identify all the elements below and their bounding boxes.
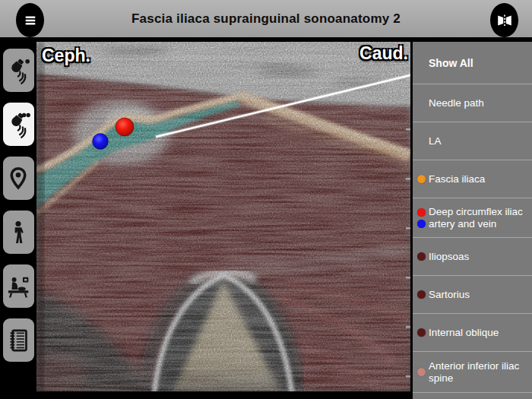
menu-item-partial (413, 392, 532, 399)
ultrasound-image: Ceph. Caud. (36, 42, 410, 399)
menu-item-label: Show All (429, 57, 529, 69)
vein-dot (93, 134, 109, 150)
layer-color-dot (417, 368, 426, 376)
menu-item-label: Needle path (429, 97, 529, 109)
toolbar-probe-position-button[interactable] (3, 157, 34, 200)
flip-horizontal-icon (496, 11, 514, 30)
menu-item-label: Fascia iliaca (429, 173, 529, 185)
layer-dots (417, 368, 429, 376)
layer-dots (417, 208, 429, 228)
caudad-label: Caud. (359, 45, 408, 62)
location-pin-icon (5, 162, 31, 195)
menu-item-label: Anterior inferior iliac spine (429, 360, 529, 385)
menu-item-sartorius[interactable]: Sartorius (413, 275, 532, 313)
ultrasound-probe-two-dots-icon (5, 108, 31, 141)
layer-color-dot (417, 252, 426, 261)
menu-item-fascia-iliaca[interactable]: Fascia iliaca (413, 160, 532, 198)
menu-item-label: Deep circumflex iliac artery and vein (429, 206, 529, 230)
menu-item-show-all[interactable]: Show All (413, 42, 532, 84)
menu-item-la[interactable]: LA (413, 122, 532, 160)
ultrasound-canvas (36, 42, 410, 391)
toolbar-notes-button[interactable] (3, 318, 34, 362)
hamburger-menu-icon (22, 12, 39, 29)
toolbar-anatomy-button[interactable] (3, 211, 34, 254)
menu-item-label: Iliopsoas (429, 251, 529, 263)
layer-color-dot (417, 290, 426, 299)
app-window: Fascia iliaca suprainguinal sonoanatomy … (0, 0, 532, 399)
menu-item-needle-path[interactable]: Needle path (413, 84, 532, 122)
cephalad-label: Ceph. (42, 47, 90, 65)
artery-dot (116, 118, 134, 136)
layers-menu: Show All Needle path LA Fascia iliaca De… (410, 42, 532, 399)
layer-dots (417, 252, 429, 261)
page-title: Fascia iliaca suprainguinal sonoanatomy … (131, 11, 401, 27)
toolbar-probe-view-1-button[interactable] (3, 49, 34, 92)
layer-color-dot (417, 220, 426, 228)
menu-item-label: Sartorius (429, 289, 529, 301)
notebook-icon (5, 324, 31, 357)
human-body-icon (5, 216, 31, 249)
menu-item-iliopsoas[interactable]: Iliopsoas (413, 237, 532, 275)
ultrasound-probe-one-dot-icon (5, 54, 31, 87)
left-toolbar (0, 42, 36, 399)
layer-color-dot (417, 175, 426, 183)
menu-button[interactable] (16, 3, 44, 37)
patient-exam-scene-icon (5, 270, 31, 303)
layer-dots (417, 328, 429, 337)
layer-dots (417, 175, 429, 183)
layer-color-dot (417, 208, 426, 217)
menu-item-label: Internal oblique (429, 327, 529, 339)
flip-image-button[interactable] (490, 3, 518, 37)
toolbar-scanning-setup-button[interactable] (3, 264, 34, 308)
menu-item-internal-oblique[interactable]: Internal oblique (413, 313, 532, 351)
layer-color-dot (417, 328, 426, 337)
menu-item-deep-circumflex-iliac-artery-and-vein[interactable]: Deep circumflex iliac artery and vein (413, 198, 532, 237)
header-bar: Fascia iliaca suprainguinal sonoanatomy … (0, 0, 532, 40)
layer-dots (417, 290, 429, 299)
toolbar-probe-view-2-button[interactable] (3, 103, 34, 146)
menu-item-label: LA (429, 135, 529, 147)
menu-item-anterior-inferior-iliac-spine[interactable]: Anterior inferior iliac spine (413, 351, 532, 392)
